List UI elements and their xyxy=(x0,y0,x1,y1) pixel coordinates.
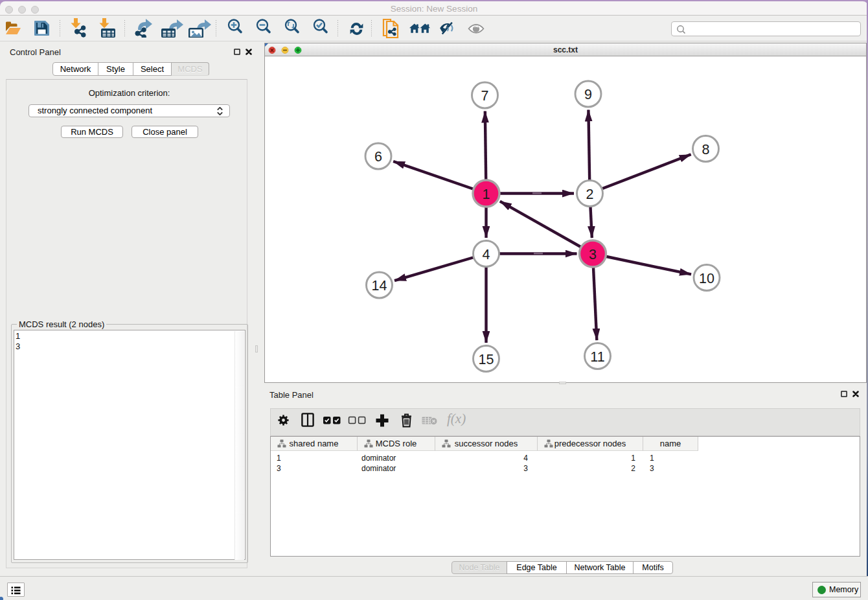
svg-text:11: 11 xyxy=(590,349,604,365)
svg-text:1: 1 xyxy=(483,187,490,202)
svg-text:8: 8 xyxy=(702,142,710,157)
svg-text:9: 9 xyxy=(584,87,592,102)
svg-text:2: 2 xyxy=(586,187,594,202)
svg-text:10: 10 xyxy=(699,271,714,286)
svg-text:7: 7 xyxy=(481,88,489,104)
svg-text:15: 15 xyxy=(479,352,494,367)
svg-text:3: 3 xyxy=(589,247,597,262)
svg-text:6: 6 xyxy=(374,149,382,165)
svg-text:4: 4 xyxy=(483,247,490,262)
svg-text:14: 14 xyxy=(372,278,387,294)
